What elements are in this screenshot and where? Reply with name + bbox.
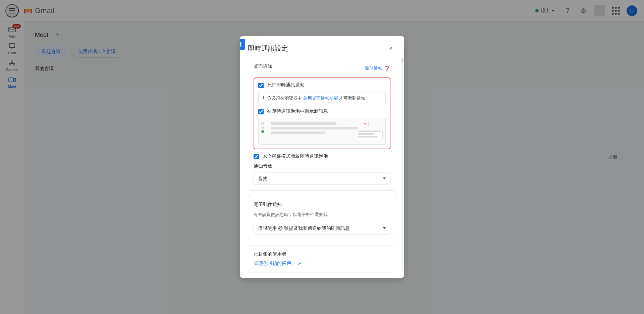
notif-header: 桌面通知 關於通知 ❓: [254, 63, 390, 73]
preview-bar-1: [271, 122, 336, 125]
blocked-users-section: 已封鎖的使用者 管理你封鎖的帳戶。 ↗: [248, 246, 396, 272]
email-notification-select[interactable]: 僅限使用 @ 號提及我和傳送給我的即時訊息 所有訊息 無: [254, 222, 390, 234]
preview-dot-3: [261, 130, 264, 133]
modal-title: 即時通訊設定: [248, 44, 288, 53]
show-bubble-label: 在即時通訊泡泡中顯示新訊息: [267, 108, 328, 114]
fullscreen-row: 以全螢幕模式開啟即時通訊泡泡: [254, 153, 390, 159]
allow-chat-notifications-label: 允許即時通訊通知: [267, 82, 305, 88]
allow-chat-notifications-row: 允許即時通訊通知: [258, 82, 386, 88]
email-notification-section: 電子郵件通知 有未讀取的訊息時，以電子郵件通知我 僅限使用 @ 號提及我和傳送給…: [248, 196, 396, 240]
chat-settings-modal: 3 即時通訊設定 × 桌面通知 關於通知 ❓: [240, 36, 404, 278]
preview-dot-1: [261, 122, 264, 125]
step-badge: 3: [240, 39, 245, 50]
email-notification-description: 有未讀取的訊息時，以電子郵件通知我: [254, 212, 390, 218]
email-notification-title: 電子郵件通知: [254, 202, 390, 208]
scroll-track: [401, 43, 404, 271]
modal-body: 桌面通知 關於通知 ❓ 允許即時通訊通知 ℹ: [240, 58, 404, 278]
info-icon: ℹ: [263, 95, 264, 100]
show-bubble-row: 在即時通訊泡泡中顯示新訊息: [258, 108, 386, 114]
preview-gmail-logo: M: [361, 121, 369, 126]
preview-inner: M: [261, 121, 383, 142]
highlight-box: 允許即時通訊通知 ℹ 你必須在瀏覽器中 啟用桌面通知功能 才可看到通知: [254, 77, 390, 149]
preview-bar-2: [271, 127, 358, 129]
preview-box: M: [258, 118, 386, 145]
modal-header: 即時通訊設定 ×: [240, 36, 404, 58]
browser-info-text: 你必須在瀏覽器中 啟用桌面通知功能 才可看到通知: [267, 95, 365, 101]
external-link-icon: ↗: [297, 261, 301, 266]
preview-bar-3: [271, 132, 325, 134]
help-circle-icon: ❓: [384, 65, 390, 72]
modal-close-button[interactable]: ×: [385, 43, 396, 54]
preview-bubble: [356, 129, 383, 140]
preview-sidebar: [261, 121, 268, 142]
preview-bubble-bar-3: [358, 136, 378, 138]
overlay: 3 即時通訊設定 × 桌面通知 關於通知 ❓: [0, 0, 644, 314]
preview-bubble-bar-2: [358, 133, 374, 135]
about-notification-link[interactable]: 關於通知 ❓: [365, 65, 390, 72]
manage-blocked-link[interactable]: 管理你封鎖的帳戶。 ↗: [254, 261, 390, 267]
desktop-notification-section: 桌面通知 關於通知 ❓ 允許即時通訊通知 ℹ: [248, 58, 396, 191]
show-bubble-checkbox[interactable]: [258, 109, 264, 114]
desktop-notification-title: 桌面通知: [254, 63, 272, 69]
allow-chat-notifications-checkbox[interactable]: [258, 83, 264, 88]
blocked-users-title: 已封鎖的使用者: [254, 251, 390, 257]
manage-blocked-label: 管理你封鎖的帳戶。: [254, 261, 296, 267]
preview-dot-2: [261, 126, 264, 129]
fullscreen-checkbox[interactable]: [254, 154, 259, 159]
fullscreen-label: 以全螢幕模式開啟即時通訊泡泡: [262, 153, 328, 159]
preview-bubble-bar-1: [358, 130, 381, 132]
browser-info-row: ℹ 你必須在瀏覽器中 啟用桌面通知功能 才可看到通知: [258, 92, 386, 105]
browser-link[interactable]: 啟用桌面通知功能: [303, 96, 338, 101]
notification-sound-select[interactable]: 音效 無: [254, 172, 390, 185]
notification-sound-group: 通知音效 音效 無: [254, 163, 390, 185]
notification-sound-title: 通知音效: [254, 163, 390, 169]
